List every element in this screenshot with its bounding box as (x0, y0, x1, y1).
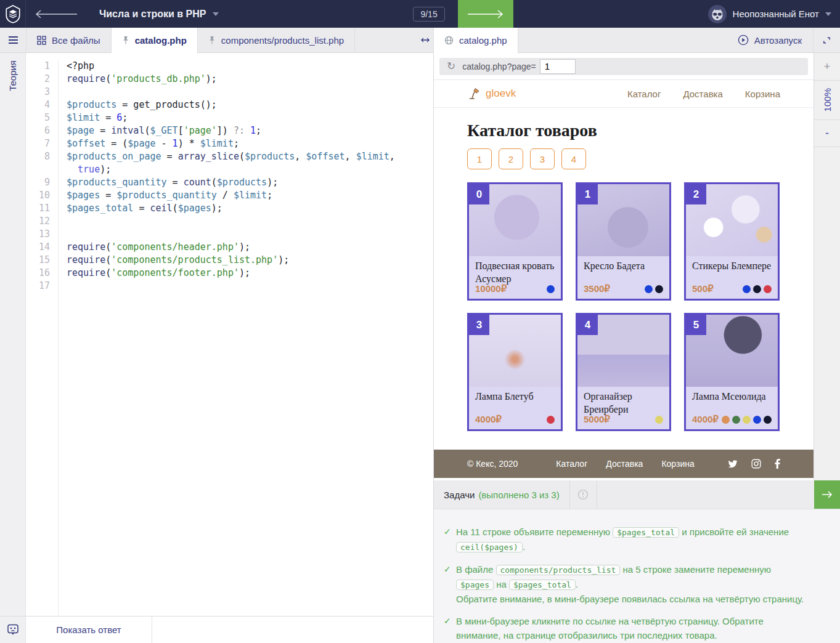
code-line[interactable]: require('components/header.php'); (67, 241, 433, 254)
next-lesson-button[interactable] (458, 0, 513, 28)
line-number: 11 (26, 202, 50, 215)
pagination-link[interactable]: 1 (467, 148, 492, 169)
code-line[interactable]: <?php (67, 60, 433, 73)
code-line[interactable]: $products = get_products(); (67, 99, 433, 111)
product-card[interactable]: 3Лампа Блетуб4000₽ (467, 313, 563, 431)
code-token: $products_quantity (67, 177, 167, 188)
line-number: 2 (26, 73, 50, 86)
product-card[interactable]: 4Органайзер Бреирбери5000₽ (576, 313, 671, 431)
code-token: $products_quantity (116, 190, 217, 201)
code-editor[interactable]: 1234567891011121314151617 <?phprequire('… (26, 53, 433, 616)
menu-button[interactable] (0, 28, 26, 52)
grid-icon (37, 36, 46, 45)
code-line[interactable] (67, 86, 433, 99)
code-token: 'components/footer.php' (111, 267, 239, 278)
code-token: $limit (200, 138, 234, 149)
product-index-badge: 2 (686, 184, 706, 204)
product-card[interactable]: 2Стикеры Блемпере500₽ (684, 182, 780, 301)
page-param-input[interactable] (540, 59, 576, 74)
product-card[interactable]: 0Подвесная кровать Асусмер10000₽ (467, 182, 563, 301)
code-token: ); (239, 267, 250, 278)
social-facebook-icon[interactable] (775, 459, 780, 469)
address-bar: ↻ catalog.php?page= (439, 58, 808, 75)
pagination-link[interactable]: 2 (499, 148, 523, 169)
social-instagram-icon[interactable] (751, 459, 761, 469)
line-number: 7 (26, 137, 50, 150)
user-name: Неопознанный Енот (733, 9, 819, 19)
site-nav-link[interactable]: Корзина (745, 89, 780, 99)
code-token: = (161, 151, 178, 162)
code-line[interactable]: $offset = ($page - 1) * $limit; (67, 137, 433, 150)
footer-nav-link[interactable]: Корзина (661, 459, 694, 469)
pagination-link[interactable]: 3 (530, 148, 555, 169)
fullscreen-button[interactable] (813, 28, 840, 52)
editor-tab-components-products_list-php[interactable]: components/products_list.php (198, 28, 355, 52)
social-twitter-icon[interactable] (728, 459, 738, 469)
pin-icon (122, 36, 129, 45)
code-token: count (184, 177, 211, 188)
zoom-in-button[interactable]: + (814, 53, 840, 81)
task-note: Обратите внимание, в мини-браузере появи… (456, 592, 804, 606)
code-token: <?php (67, 60, 94, 71)
user-avatar (708, 5, 727, 23)
code-token: ceil (150, 203, 172, 214)
code-line[interactable]: require('components/footer.php'); (67, 267, 433, 280)
panel-splitter-handle[interactable] (417, 28, 433, 52)
chevron-down-icon (213, 12, 219, 16)
autorun-toggle[interactable]: Автозапуск (727, 28, 813, 52)
task-code-chip: $pages (456, 580, 494, 590)
editor-tab-catalog-php[interactable]: catalog.php (112, 28, 198, 53)
editor-code[interactable]: <?phprequire('products_db.php');$product… (59, 60, 433, 616)
product-card[interactable]: 5Лампа Мсеюлида4000₽ (684, 313, 780, 431)
code-token: $products_on_page (67, 151, 161, 162)
back-arrow-icon (34, 10, 78, 18)
site-nav-link[interactable]: Каталог (627, 89, 661, 99)
theory-tab[interactable]: Теория (7, 60, 18, 91)
reload-icon[interactable]: ↻ (447, 60, 455, 73)
code-token: $pages (67, 190, 100, 201)
code-line[interactable] (67, 228, 433, 241)
code-token: $products (245, 151, 295, 162)
code-line[interactable]: $limit = 6; (67, 111, 433, 124)
product-info: Органайзер Бреирбери (577, 387, 669, 416)
code-line[interactable]: $pages_total = ceil($pages); (67, 202, 433, 215)
product-card[interactable]: 1Кресло Бадета3500₽ (576, 182, 671, 301)
user-menu[interactable]: Неопознанный Енот (708, 5, 831, 23)
show-answer-button[interactable]: Показать ответ (26, 617, 152, 643)
course-title: Числа и строки в PHP (99, 9, 206, 20)
back-button[interactable] (34, 10, 82, 18)
pagination-link[interactable]: 4 (561, 148, 586, 169)
site-logo[interactable]: gloevk (467, 87, 516, 100)
line-number: 16 (26, 267, 50, 280)
code-token (67, 164, 78, 175)
code-line[interactable] (67, 215, 433, 228)
code-line[interactable]: $pages = $products_quantity / $limit; (67, 189, 433, 202)
footer-nav-link[interactable]: Каталог (556, 459, 587, 469)
code-token: ( (105, 73, 111, 84)
resize-horizontal-icon (420, 37, 431, 43)
site-nav-link[interactable]: Доставка (683, 89, 722, 99)
footer-nav-link[interactable]: Доставка (606, 459, 643, 469)
site-nav: КаталогДоставкаКорзина (627, 89, 780, 99)
browser-tab-catalog[interactable]: catalog.php (433, 28, 518, 53)
code-line[interactable]: require('components/products_list.php'); (67, 254, 433, 267)
code-token: ?: (228, 125, 250, 136)
assistant-cell (0, 616, 26, 643)
line-number: 13 (26, 228, 50, 241)
report-issue-button[interactable] (570, 480, 597, 509)
all-files-tab[interactable]: Все файлы (26, 28, 112, 52)
product-info: Лампа Мсеюлида (686, 387, 778, 403)
course-title-dropdown[interactable]: Числа и строки в PHP (99, 9, 219, 20)
code-line[interactable] (67, 280, 433, 293)
code-line[interactable]: $page = intval($_GET['page']) ?: 1; (67, 124, 433, 137)
code-line[interactable]: require('products_db.php'); (67, 73, 433, 86)
code-token: ); (267, 177, 278, 188)
code-line[interactable]: $products_on_page = array_slice($product… (67, 150, 433, 163)
code-line[interactable]: $products_quantity = count($products); (67, 176, 433, 189)
zoom-out-button[interactable]: - (814, 120, 840, 147)
next-task-button[interactable] (814, 480, 840, 509)
app-logo[interactable] (0, 0, 26, 28)
assistant-bubble-icon[interactable] (7, 623, 19, 636)
product-info: Лампа Блетуб (469, 387, 561, 403)
code-line[interactable]: true); (67, 163, 433, 176)
